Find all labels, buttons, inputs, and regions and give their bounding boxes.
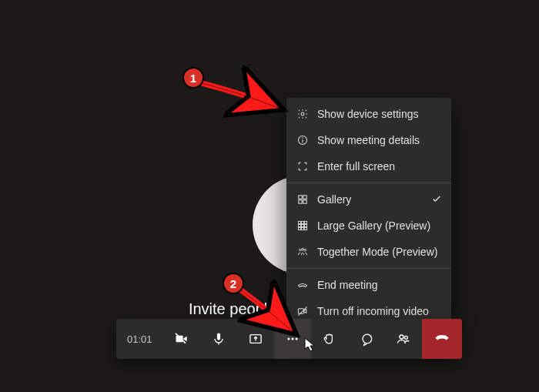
svg-point-28: [295, 338, 297, 340]
svg-rect-6: [299, 200, 302, 203]
svg-point-26: [287, 338, 290, 340]
raise-hand-button[interactable]: [311, 319, 348, 359]
invite-text: Invite people to join you: [0, 300, 539, 318]
svg-rect-15: [301, 227, 303, 230]
menu-item-full-screen[interactable]: Enter full screen: [286, 153, 451, 179]
svg-point-0: [301, 112, 304, 116]
menu-item-label: Gallery: [317, 193, 424, 206]
svg-rect-7: [303, 200, 306, 203]
svg-point-30: [404, 336, 407, 339]
microphone-icon: [211, 331, 226, 347]
menu-separator: [286, 183, 451, 183]
svg-point-17: [300, 249, 302, 251]
menu-item-meeting-details[interactable]: Show meeting details: [286, 127, 451, 153]
video-off-icon: [296, 304, 310, 318]
svg-point-19: [304, 249, 306, 251]
more-actions-button[interactable]: [274, 319, 311, 359]
gear-icon: [296, 107, 310, 121]
end-call-icon: [296, 278, 310, 292]
svg-rect-9: [301, 221, 303, 223]
svg-rect-12: [301, 224, 303, 226]
svg-point-18: [302, 249, 304, 251]
camera-off-icon: [174, 331, 189, 347]
menu-item-label: End meeting: [317, 279, 442, 291]
chat-icon: [359, 331, 374, 347]
svg-line-21: [298, 307, 306, 315]
people-icon: [396, 331, 411, 347]
camera-button[interactable]: [163, 319, 200, 359]
menu-item-gallery[interactable]: Gallery: [286, 186, 451, 213]
menu-item-end-meeting[interactable]: End meeting: [286, 272, 451, 298]
svg-rect-14: [298, 227, 300, 230]
menu-separator: [286, 268, 451, 269]
svg-rect-10: [304, 221, 306, 223]
gallery-icon: [296, 193, 310, 206]
svg-point-29: [400, 335, 403, 339]
menu-item-label: Show device settings: [317, 108, 442, 120]
menu-item-label: Show meeting details: [317, 134, 442, 146]
menu-item-large-gallery[interactable]: Large Gallery (Preview): [286, 213, 451, 239]
large-gallery-icon: [296, 219, 310, 233]
fullscreen-icon: [296, 159, 310, 173]
raise-hand-icon: [322, 331, 337, 347]
info-icon: [296, 133, 310, 147]
chat-button[interactable]: [348, 319, 385, 359]
menu-item-label: Together Mode (Preview): [317, 246, 442, 258]
svg-rect-16: [304, 227, 306, 230]
share-screen-icon: [248, 331, 263, 347]
svg-rect-23: [216, 333, 219, 340]
check-icon: [431, 193, 442, 206]
meeting-toolbar: 01:01: [116, 319, 462, 359]
annotation-badge-2: 2: [223, 273, 244, 294]
hangup-button[interactable]: [422, 319, 462, 359]
more-actions-menu: Show device settings Show meeting detail…: [286, 98, 451, 327]
hangup-icon: [434, 329, 450, 349]
together-mode-icon: [296, 245, 310, 259]
more-icon: [285, 331, 300, 347]
annotation-badge-1: 1: [182, 67, 204, 89]
menu-item-together-mode[interactable]: Together Mode (Preview): [286, 239, 451, 265]
svg-rect-13: [304, 224, 306, 226]
svg-rect-5: [303, 196, 306, 199]
share-button[interactable]: [237, 319, 274, 359]
menu-item-label: Enter full screen: [317, 160, 442, 173]
svg-point-27: [291, 338, 293, 340]
call-duration: 01:01: [116, 319, 163, 359]
menu-item-device-settings[interactable]: Show device settings: [286, 101, 451, 127]
menu-item-label: Turn off incoming video: [317, 305, 442, 317]
mic-button[interactable]: [200, 319, 237, 359]
menu-item-label: Large Gallery (Preview): [317, 219, 442, 232]
svg-rect-4: [299, 196, 302, 199]
participants-button[interactable]: [385, 319, 422, 359]
svg-rect-11: [298, 224, 300, 226]
svg-rect-8: [298, 221, 300, 223]
svg-point-3: [302, 137, 303, 138]
